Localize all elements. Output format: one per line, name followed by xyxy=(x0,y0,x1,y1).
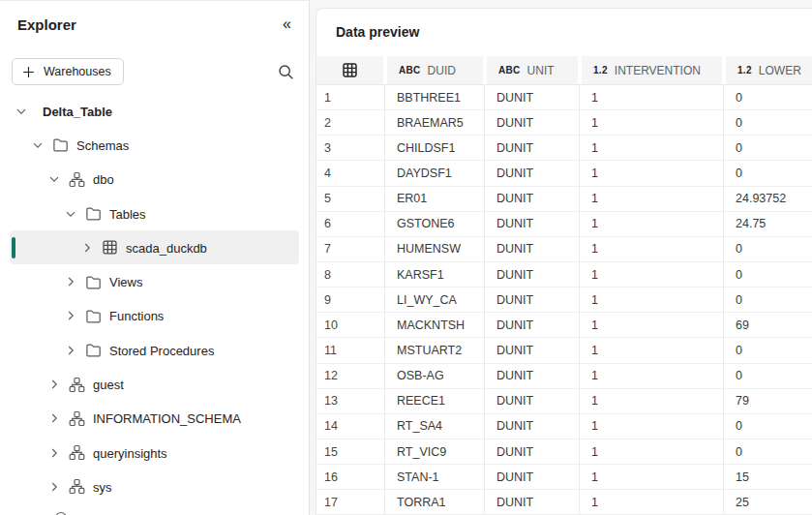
cell: 69 xyxy=(724,313,812,337)
table-row[interactable]: 12OSB-AGDUNIT10 xyxy=(316,364,812,389)
cell: 0 xyxy=(724,110,812,135)
tree-item-tables[interactable]: Tables xyxy=(10,197,299,230)
chevron-down-icon[interactable] xyxy=(63,206,78,222)
search-icon xyxy=(277,63,295,81)
table-row[interactable]: 1BBTHREE1DUNIT10 xyxy=(316,85,812,110)
tree-item-dbo[interactable]: dbo xyxy=(10,163,299,197)
tree-item-delta-table[interactable]: Delta_Table xyxy=(10,94,299,128)
row-number: 6 xyxy=(316,212,385,236)
cell: RT_VIC9 xyxy=(385,439,485,464)
column-type-badge: 1.2 xyxy=(737,65,752,76)
collapse-sidebar-button[interactable]: « xyxy=(279,15,295,34)
chevron-right-icon[interactable] xyxy=(63,274,78,289)
cell: DUNIT xyxy=(485,389,580,413)
table-row[interactable]: 6GSTONE6DUNIT124.75 xyxy=(316,212,812,237)
chevron-down-icon[interactable] xyxy=(30,137,45,153)
row-number: 16 xyxy=(316,465,385,489)
folder-icon xyxy=(52,136,69,153)
search-button[interactable] xyxy=(275,61,297,83)
cell: ER01 xyxy=(385,187,485,211)
folder-icon xyxy=(85,342,102,358)
table-row[interactable]: 8KARSF1DUNIT10 xyxy=(316,262,812,288)
cell: 1 xyxy=(580,490,724,514)
table-row[interactable]: 4DAYDSF1DUNIT10 xyxy=(316,161,812,186)
cell: 1 xyxy=(580,313,724,337)
table-row[interactable]: 2BRAEMAR5DUNIT10 xyxy=(316,110,812,136)
column-type-badge: ABC xyxy=(498,65,521,76)
table-row[interactable]: 17TORRA1DUNIT125 xyxy=(316,490,812,515)
tree-item-label: INFORMATION_SCHEMA xyxy=(93,410,241,426)
tree-item-information-schema[interactable]: INFORMATION_SCHEMA xyxy=(10,402,299,436)
cell: DUNIT xyxy=(485,161,580,185)
cell: 0 xyxy=(724,338,812,362)
table-row[interactable]: 7HUMENSWDUNIT10 xyxy=(316,237,812,262)
column-header-unit[interactable]: ABCUNIT xyxy=(485,56,580,84)
cell: 1 xyxy=(580,439,724,464)
tree-item-sys[interactable]: sys xyxy=(10,470,299,503)
add-warehouses-button[interactable]: Warehouses xyxy=(12,58,124,85)
table-row[interactable]: 15RT_VIC9DUNIT10 xyxy=(316,439,812,465)
tree-item-schemas[interactable]: Schemas xyxy=(10,128,299,162)
tree-item-label: queryinsights xyxy=(93,445,167,461)
cell: 1 xyxy=(580,187,724,211)
tree-item-scada-duckdb[interactable]: scada_duckdb xyxy=(10,230,299,264)
chevron-right-icon[interactable] xyxy=(79,240,95,256)
table-row[interactable]: 13REECE1DUNIT179 xyxy=(316,389,812,414)
table-row[interactable]: 5ER01DUNIT124.93752 xyxy=(316,187,812,212)
tree-item-functions[interactable]: Functions xyxy=(10,299,299,333)
cell: 0 xyxy=(724,414,812,439)
table-grid-icon xyxy=(342,62,358,78)
cell: DAYDSF1 xyxy=(385,161,485,185)
cell: 1 xyxy=(580,262,724,287)
cell: 1 xyxy=(580,288,724,312)
row-number-column-header[interactable] xyxy=(316,56,385,84)
table-row[interactable]: 16STAN-1DUNIT115 xyxy=(316,465,812,490)
column-header-lower[interactable]: 1.2LOWER xyxy=(724,56,812,84)
chevron-down-icon[interactable] xyxy=(14,104,29,119)
tree-item-stored-procedures[interactable]: Stored Procedures xyxy=(10,333,299,367)
cell: 24.75 xyxy=(724,212,812,236)
schema-icon xyxy=(69,410,85,427)
cell: 0 xyxy=(724,136,812,160)
table-row[interactable]: 10MACKNTSHDUNIT169 xyxy=(316,313,812,338)
cell: DUNIT xyxy=(485,439,580,464)
selection-accent-bar xyxy=(12,237,15,258)
column-header-duid[interactable]: ABCDUID xyxy=(385,56,485,84)
row-number: 1 xyxy=(316,85,385,109)
cell: REECE1 xyxy=(385,389,485,413)
chevron-right-icon[interactable] xyxy=(63,343,78,358)
row-number: 8 xyxy=(316,262,385,287)
cell: 1 xyxy=(580,110,724,135)
explorer-sidebar: Explorer « Warehouses Delta_TableSchemas… xyxy=(0,0,310,515)
tree-item-views[interactable]: Views xyxy=(10,264,299,298)
chevron-right-icon[interactable] xyxy=(46,377,62,392)
chevron-right-icon[interactable] xyxy=(46,445,62,461)
chevron-right-icon[interactable] xyxy=(46,479,62,495)
tree-item-label: scada_duckdb xyxy=(126,240,207,256)
cell: LI_WY_CA xyxy=(385,288,485,312)
tree-item-queryinsights[interactable]: queryinsights xyxy=(10,436,299,470)
table-row[interactable]: 3CHILDSF1DUNIT10 xyxy=(316,136,812,161)
cell: STAN-1 xyxy=(385,465,485,489)
cell: 0 xyxy=(724,161,812,185)
chevron-right-icon[interactable] xyxy=(46,410,62,426)
sidebar-header: Explorer « xyxy=(17,15,295,34)
row-number: 17 xyxy=(316,490,385,514)
chevron-down-icon[interactable] xyxy=(46,171,62,187)
table-row[interactable]: 11MSTUART2DUNIT10 xyxy=(316,338,812,363)
chevron-right-icon[interactable] xyxy=(63,308,78,323)
folder-icon xyxy=(85,205,102,222)
table-row[interactable]: 9LI_WY_CADUNIT10 xyxy=(316,288,812,313)
cell: DUNIT xyxy=(485,136,580,160)
cell: 0 xyxy=(724,364,812,388)
tree-item-label: Views xyxy=(109,274,142,289)
cell: DUNIT xyxy=(485,313,580,337)
tree-item-label: Functions xyxy=(109,308,164,323)
cell: 0 xyxy=(724,262,812,287)
cell: 1 xyxy=(580,136,724,160)
table-row[interactable]: 14RT_SA4DUNIT10 xyxy=(316,414,812,439)
schema-icon xyxy=(69,377,85,393)
tree-item-label: Stored Procedures xyxy=(109,343,214,358)
tree-item-guest[interactable]: guest xyxy=(10,367,299,401)
column-header-intervention[interactable]: 1.2INTERVENTION xyxy=(580,56,724,84)
